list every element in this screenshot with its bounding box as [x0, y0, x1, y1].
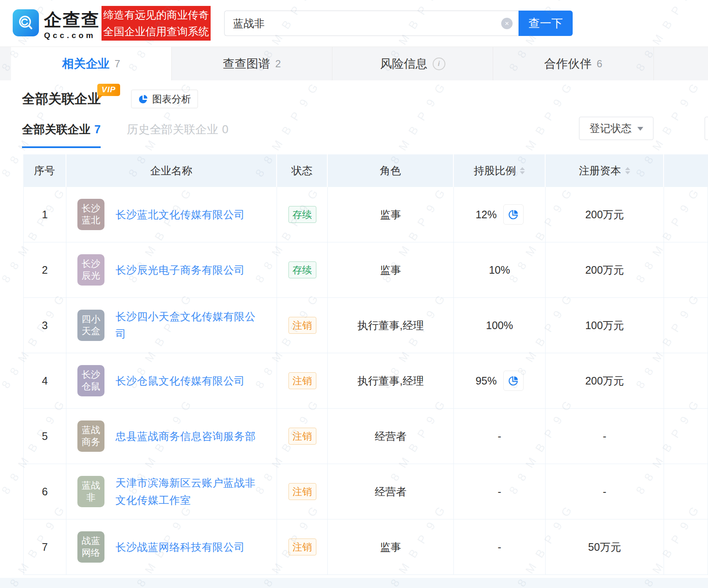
sort-icon[interactable] — [520, 167, 525, 174]
subtab-history-related[interactable]: 历史全部关联企业0 — [127, 122, 228, 148]
table-row: 7 战蓝 网络 长沙战蓝网络科技有限公司 注销 监事 - 50万元 — [23, 519, 708, 575]
brand-name-cn: 企查查 — [44, 9, 100, 30]
role-text: 经营者 — [375, 485, 406, 499]
col-header-label: 注册资本 — [579, 164, 621, 178]
row-number: 3 — [42, 319, 48, 332]
cell-role: 经营者 — [328, 409, 454, 464]
cell-capital: 100万元 — [546, 298, 664, 353]
company-name-link[interactable]: 忠县蓝战商务信息咨询服务部 — [115, 428, 256, 445]
row-number: 6 — [42, 486, 48, 498]
subtab-all-related[interactable]: 全部关联企业7 — [22, 122, 101, 148]
tab-risk-info[interactable]: 风险信息 i — [332, 47, 493, 80]
tab-count: 2 — [275, 58, 281, 70]
cell-role: 经营者 — [328, 464, 454, 519]
company-name-link[interactable]: 长沙辰光电子商务有限公司 — [115, 261, 245, 279]
slogan-line2: 全国企业信用查询系统 — [103, 23, 209, 40]
col-header-capital[interactable]: 注册资本 — [546, 154, 664, 187]
company-name-link[interactable]: 长沙蓝北文化传媒有限公司 — [115, 206, 245, 223]
chart-analysis-button[interactable]: 图表分析 — [131, 90, 198, 108]
pie-chart-icon — [508, 375, 519, 386]
cell-share: - — [454, 519, 546, 575]
table-body: 1 长沙 蓝北 长沙蓝北文化传媒有限公司 存续 监事 12% 200万元 — [23, 187, 708, 575]
company-name-link[interactable]: 长沙战蓝网络科技有限公司 — [115, 539, 245, 556]
tab-chart-graph[interactable]: 查查图谱 2 — [172, 47, 332, 80]
cell-extra — [664, 353, 708, 409]
cell-role: 执行董事,经理 — [328, 353, 454, 409]
table-row: 6 蓝战 非 天津市滨海新区云账户蓝战非文化传媒工作室 注销 经营者 - — [23, 464, 708, 519]
top-header: 企查查 Qcc.com 缔造有远见的商业传奇 全国企业信用查询系统 × 查一下 — [0, 0, 708, 47]
company-name-link[interactable]: 长沙仓鼠文化传媒有限公司 — [115, 372, 245, 390]
table-row: 2 长沙 辰光 长沙辰光电子商务有限公司 存续 监事 10% 200万元 — [23, 242, 708, 298]
cell-role: 监事 — [328, 519, 454, 575]
cell-role: 监事 — [328, 187, 454, 242]
brand-text: 企查查 Qcc.com — [44, 9, 100, 40]
col-header-share[interactable]: 持股比例 — [454, 154, 546, 187]
row-number: 2 — [42, 264, 48, 276]
status-badge: 注销 — [288, 428, 316, 445]
main-tab-bar: 相关企业 7 查查图谱 2 风险信息 i 合作伙伴 6 — [0, 47, 708, 80]
cell-role: 监事 — [328, 242, 454, 298]
slogan-banner: 缔造有远见的商业传奇 全国企业信用查询系统 — [102, 6, 211, 41]
table-row: 5 蓝战 商务 忠县蓝战商务信息咨询服务部 注销 经营者 - - — [23, 409, 708, 464]
tab-related-companies[interactable]: 相关企业 7 — [11, 47, 172, 80]
chevron-down-icon — [637, 127, 643, 134]
company-name-link[interactable]: 天津市滨海新区云账户蓝战非文化传媒工作室 — [115, 474, 258, 509]
cell-company: 长沙 蓝北 长沙蓝北文化传媒有限公司 — [66, 187, 277, 242]
registration-status-dropdown[interactable]: 登记状态 — [579, 117, 653, 140]
qcc-logo[interactable]: 企查查 Qcc.com — [13, 9, 100, 40]
cell-extra — [664, 409, 708, 464]
cell-status: 注销 — [277, 519, 328, 575]
cell-status: 注销 — [277, 298, 328, 353]
col-header-label: 状态 — [291, 164, 313, 178]
role-text: 执行董事,经理 — [357, 374, 424, 388]
cell-extra — [664, 298, 708, 353]
info-icon[interactable]: i — [433, 58, 445, 70]
cell-capital: - — [546, 409, 664, 464]
cell-status: 注销 — [277, 464, 328, 519]
table-row: 3 四小 天盒 长沙四小天盒文化传媒有限公司 注销 执行董事,经理 100% — [23, 298, 708, 353]
share-value: 12% — [475, 209, 497, 221]
cell-index: 7 — [23, 519, 66, 575]
status-badge: 注销 — [288, 317, 316, 334]
cell-extra — [664, 187, 708, 242]
capital-value: 200万元 — [585, 374, 624, 388]
cutoff-dropdown[interactable] — [705, 117, 708, 140]
vip-badge: VIP — [97, 84, 120, 96]
footer-strip — [0, 578, 708, 588]
cell-company: 长沙 仓鼠 长沙仓鼠文化传媒有限公司 — [66, 353, 277, 409]
company-avatar: 战蓝 网络 — [77, 531, 104, 563]
sort-icon[interactable] — [625, 167, 630, 174]
capital-value: 50万元 — [588, 540, 621, 554]
clear-search-icon[interactable]: × — [501, 18, 513, 29]
company-name-link[interactable]: 长沙四小天盒文化传媒有限公司 — [115, 308, 258, 343]
table-row: 4 长沙 仓鼠 长沙仓鼠文化传媒有限公司 注销 执行董事,经理 95% — [23, 353, 708, 409]
avatar-line: 蓝北 — [82, 214, 100, 226]
share-pie-button[interactable] — [503, 371, 524, 391]
subtab-label: 全部关联企业 — [22, 123, 91, 136]
share-pie-button[interactable] — [503, 204, 524, 225]
search-input[interactable] — [224, 11, 519, 36]
chart-analysis-label: 图表分析 — [152, 93, 191, 106]
page: 企查查 Qcc.com 缔造有远见的商业传奇 全国企业信用查询系统 × 查一下 … — [0, 0, 708, 588]
company-avatar: 长沙 仓鼠 — [77, 365, 104, 396]
cell-index: 5 — [23, 409, 66, 464]
search-button[interactable]: 查一下 — [519, 11, 573, 36]
cell-index: 1 — [23, 187, 66, 242]
avatar-line: 长沙 — [82, 258, 100, 270]
status-badge: 注销 — [288, 539, 316, 555]
tab-partners[interactable]: 合作伙伴 6 — [493, 47, 654, 80]
tab-label: 合作伙伴 — [544, 56, 592, 72]
cell-status: 注销 — [277, 409, 328, 464]
col-header-label: 序号 — [34, 164, 55, 178]
cell-index: 6 — [23, 464, 66, 519]
tab-count: 7 — [115, 58, 120, 70]
capital-value: 200万元 — [585, 263, 624, 277]
avatar-line: 仓鼠 — [82, 381, 100, 393]
avatar-line: 天盒 — [82, 325, 100, 337]
avatar-line: 辰光 — [82, 270, 100, 282]
pie-chart-icon — [508, 209, 519, 220]
capital-value: 100万元 — [585, 319, 624, 332]
cell-capital: 200万元 — [546, 353, 664, 409]
cell-index: 4 — [23, 353, 66, 409]
status-badge: 存续 — [288, 261, 316, 278]
